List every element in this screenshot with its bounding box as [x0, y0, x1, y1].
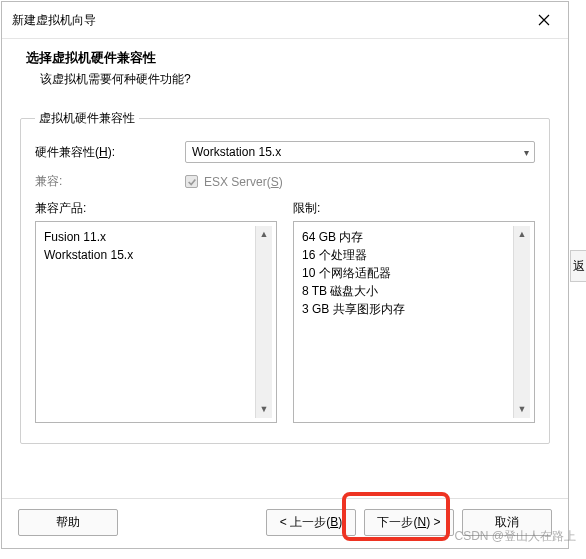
lists-row: 兼容产品: Fusion 11.x Workstation 15.x ▲ ▼ 限… [35, 200, 535, 423]
help-button[interactable]: 帮助 [18, 509, 118, 536]
products-label: 兼容产品: [35, 200, 277, 217]
scroll-up-icon[interactable]: ▲ [514, 226, 530, 243]
close-icon [538, 14, 550, 26]
products-content: Fusion 11.x Workstation 15.x [40, 226, 255, 418]
header-subtitle: 该虚拟机需要何种硬件功能? [26, 71, 544, 88]
wizard-dialog: 新建虚拟机向导 选择虚拟机硬件兼容性 该虚拟机需要何种硬件功能? 虚拟机硬件兼容… [1, 1, 569, 549]
hw-compat-row: 硬件兼容性(H): ▾ [35, 141, 535, 163]
titlebar-title: 新建虚拟机向导 [12, 12, 96, 29]
list-item: 8 TB 磁盘大小 [302, 282, 509, 300]
hw-compat-label: 硬件兼容性(H): [35, 144, 185, 161]
list-item: 16 个处理器 [302, 246, 509, 264]
products-listbox[interactable]: Fusion 11.x Workstation 15.x ▲ ▼ [35, 221, 277, 423]
compatible-label: 兼容: [35, 173, 185, 190]
limits-scrollbar[interactable]: ▲ ▼ [513, 226, 530, 418]
limits-col: 限制: 64 GB 内存 16 个处理器 10 个网络适配器 8 TB 磁盘大小… [293, 200, 535, 423]
esx-label: ESX Server(S) [204, 175, 283, 189]
titlebar: 新建虚拟机向导 [2, 2, 568, 39]
compatible-row: 兼容: ESX Server(S) [35, 173, 535, 190]
compat-fieldset: 虚拟机硬件兼容性 硬件兼容性(H): ▾ 兼容: ESX Server [20, 110, 550, 444]
close-button[interactable] [530, 8, 558, 32]
cancel-button[interactable]: 取消 [462, 509, 552, 536]
products-col: 兼容产品: Fusion 11.x Workstation 15.x ▲ ▼ [35, 200, 277, 423]
list-item: 10 个网络适配器 [302, 264, 509, 282]
fieldset-legend: 虚拟机硬件兼容性 [35, 110, 139, 127]
scroll-down-icon[interactable]: ▼ [514, 401, 530, 418]
side-tab[interactable]: 返 [570, 250, 586, 282]
hw-compat-select[interactable] [185, 141, 535, 163]
esx-checkbox [185, 175, 198, 188]
header-title: 选择虚拟机硬件兼容性 [26, 49, 544, 67]
list-item: 64 GB 内存 [302, 228, 509, 246]
hw-compat-select-container: ▾ [185, 141, 535, 163]
list-item[interactable]: Workstation 15.x [44, 246, 251, 264]
check-icon [187, 177, 197, 187]
limits-label: 限制: [293, 200, 535, 217]
content: 虚拟机硬件兼容性 硬件兼容性(H): ▾ 兼容: ESX Server [2, 102, 568, 498]
scroll-up-icon[interactable]: ▲ [256, 226, 272, 243]
footer: 帮助 < 上一步(B) 下一步(N) > 取消 [2, 498, 568, 548]
scroll-down-icon[interactable]: ▼ [256, 401, 272, 418]
list-item[interactable]: Fusion 11.x [44, 228, 251, 246]
list-item: 3 GB 共享图形内存 [302, 300, 509, 318]
next-button[interactable]: 下一步(N) > [364, 509, 454, 536]
header: 选择虚拟机硬件兼容性 该虚拟机需要何种硬件功能? [2, 39, 568, 102]
limits-content: 64 GB 内存 16 个处理器 10 个网络适配器 8 TB 磁盘大小 3 G… [298, 226, 513, 418]
limits-listbox[interactable]: 64 GB 内存 16 个处理器 10 个网络适配器 8 TB 磁盘大小 3 G… [293, 221, 535, 423]
products-scrollbar[interactable]: ▲ ▼ [255, 226, 272, 418]
back-button[interactable]: < 上一步(B) [266, 509, 356, 536]
